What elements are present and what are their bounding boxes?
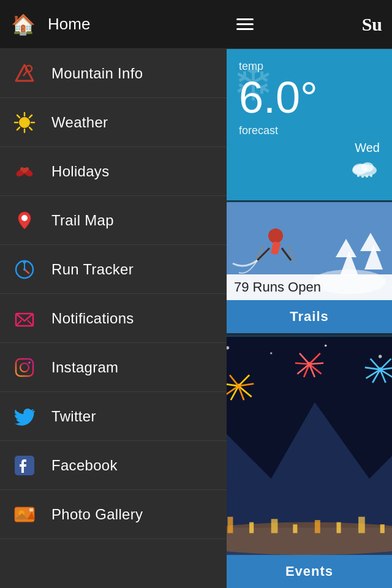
forecast-day: Wed xyxy=(239,141,380,155)
svg-point-37 xyxy=(361,162,374,172)
svg-point-48 xyxy=(268,228,283,243)
svg-rect-71 xyxy=(315,520,320,533)
svg-point-59 xyxy=(379,355,382,358)
sidebar-item-photo-gallery[interactable]: Photo Gallery xyxy=(0,490,227,539)
sidebar-label-trail-map: Trail Map xyxy=(51,212,114,229)
header: 🏠 Home Su xyxy=(0,0,392,49)
sidebar-item-trail-map[interactable]: Trail Map xyxy=(0,196,227,245)
right-panel: ❄ temp 6.0° forecast Wed xyxy=(227,49,392,588)
svg-line-10 xyxy=(29,115,32,118)
svg-rect-67 xyxy=(228,517,233,533)
svg-line-2 xyxy=(23,71,27,76)
svg-point-15 xyxy=(20,167,24,171)
cloud-icon xyxy=(239,157,380,183)
temp-label: temp xyxy=(239,60,380,73)
header-right: Su xyxy=(227,14,392,35)
twitter-icon xyxy=(11,403,38,430)
sidebar-label-run-tracker: Run Tracker xyxy=(51,261,134,278)
temp-value: 6.0° xyxy=(239,75,380,119)
sidebar-item-weather[interactable]: Weather xyxy=(0,98,227,147)
holidays-icon xyxy=(11,158,38,185)
notifications-icon xyxy=(11,305,38,332)
weather-card: ❄ temp 6.0° forecast Wed xyxy=(227,49,392,202)
svg-rect-34 xyxy=(29,508,33,511)
svg-point-58 xyxy=(325,344,327,347)
events-button[interactable]: Events xyxy=(227,555,392,588)
svg-point-57 xyxy=(270,352,273,355)
svg-rect-72 xyxy=(337,522,341,533)
svg-rect-68 xyxy=(249,522,254,533)
photo-gallery-icon xyxy=(11,501,38,528)
svg-rect-74 xyxy=(380,524,385,533)
events-scene-image xyxy=(227,337,392,555)
sidebar-label-instagram: Instagram xyxy=(51,359,118,376)
events-button-label: Events xyxy=(285,564,333,579)
events-card: Events xyxy=(227,337,392,588)
svg-point-3 xyxy=(19,117,30,128)
brand-logo: Su xyxy=(362,14,382,35)
svg-line-9 xyxy=(29,127,32,130)
trails-button-label: Trails xyxy=(290,309,328,325)
trails-button[interactable]: Trails xyxy=(227,300,392,333)
sidebar-label-photo-gallery: Photo Gallery xyxy=(51,506,143,523)
forecast-label: forecast xyxy=(239,124,380,137)
svg-rect-70 xyxy=(293,524,297,533)
svg-marker-0 xyxy=(16,65,33,81)
instagram-icon xyxy=(11,354,38,381)
sidebar-item-holidays[interactable]: Holidays xyxy=(0,147,227,196)
svg-line-24 xyxy=(16,320,21,326)
svg-line-25 xyxy=(28,320,33,326)
svg-point-16 xyxy=(25,167,29,171)
svg-point-17 xyxy=(21,215,28,221)
runs-open-label: 79 Runs Open xyxy=(227,274,392,300)
sidebar-label-twitter: Twitter xyxy=(51,408,96,425)
home-label: Home xyxy=(48,15,90,34)
svg-point-19 xyxy=(23,260,26,263)
sidebar-label-weather: Weather xyxy=(51,114,108,131)
sidebar-item-instagram[interactable]: Instagram xyxy=(0,343,227,392)
svg-line-97 xyxy=(309,363,323,364)
sidebar-label-notifications: Notifications xyxy=(51,310,134,327)
main-content: Mountain Info Weather xyxy=(0,49,392,588)
svg-point-28 xyxy=(28,361,31,364)
trails-scene-image: 79 Runs Open xyxy=(227,202,392,300)
sidebar-label-holidays: Holidays xyxy=(51,163,109,180)
svg-point-40 xyxy=(366,175,368,178)
svg-line-102 xyxy=(295,363,309,364)
svg-rect-69 xyxy=(271,519,278,533)
trail-map-icon xyxy=(11,207,38,234)
facebook-icon xyxy=(11,452,38,479)
mountain-info-icon xyxy=(11,60,38,87)
sidebar-item-facebook[interactable]: Facebook xyxy=(0,441,227,490)
svg-line-8 xyxy=(17,115,20,118)
trails-card: 79 Runs Open Trails xyxy=(227,202,392,337)
svg-point-27 xyxy=(20,363,29,372)
hamburger-menu-icon[interactable] xyxy=(236,18,254,30)
weather-icon xyxy=(11,109,38,136)
sidebar-label-mountain-info: Mountain Info xyxy=(51,65,143,82)
sidebar-item-notifications[interactable]: Notifications xyxy=(0,294,227,343)
svg-rect-73 xyxy=(358,517,365,533)
sidebar-label-facebook: Facebook xyxy=(51,457,118,474)
svg-point-41 xyxy=(370,175,372,177)
sidebar-item-mountain-info[interactable]: Mountain Info xyxy=(0,49,227,98)
sidebar-nav: Mountain Info Weather xyxy=(0,49,227,588)
sidebar-item-twitter[interactable]: Twitter xyxy=(0,392,227,441)
svg-point-38 xyxy=(357,175,360,177)
svg-line-11 xyxy=(17,127,20,130)
svg-point-22 xyxy=(23,268,26,271)
home-icon: 🏠 xyxy=(11,13,36,36)
header-home-area: 🏠 Home xyxy=(0,13,227,36)
sidebar-item-run-tracker[interactable]: Run Tracker xyxy=(0,245,227,294)
svg-rect-26 xyxy=(16,359,33,376)
run-tracker-icon xyxy=(11,256,38,283)
